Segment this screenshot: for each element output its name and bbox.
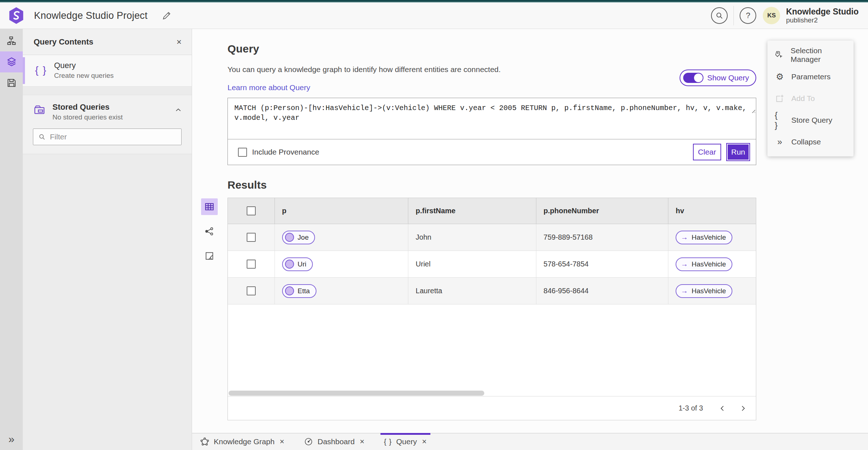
toggle-switch[interactable] xyxy=(683,73,703,83)
row-checkbox[interactable] xyxy=(247,233,256,242)
results-table: p p.firstName p.phoneNumber hv xyxy=(227,198,756,420)
include-provenance-label: Include Provenance xyxy=(252,148,319,156)
tab-close-icon[interactable]: × xyxy=(280,437,284,446)
selection-manager-item[interactable]: Selection Manager xyxy=(767,44,854,66)
include-provenance-checkbox[interactable] xyxy=(238,148,247,157)
close-icon: × xyxy=(176,37,182,47)
chevron-up-icon[interactable] xyxy=(174,106,182,114)
panel-item-query[interactable]: { } Query Create new queries xyxy=(23,55,192,87)
scrollbar-thumb[interactable] xyxy=(229,391,484,396)
search-icon xyxy=(715,12,723,20)
node-chip[interactable]: Etta xyxy=(282,284,316,298)
collapse-item[interactable]: » Collapse xyxy=(767,131,854,153)
menu-item-label: Collapse xyxy=(791,138,821,146)
save-icon xyxy=(7,78,17,88)
node-chip[interactable]: Joe xyxy=(282,231,315,244)
column-header-firstname[interactable]: p.firstName xyxy=(408,198,536,224)
parameters-item[interactable]: ⚙ Parameters xyxy=(767,66,854,88)
chevron-left-icon xyxy=(719,405,726,412)
filter-search-icon xyxy=(38,133,46,140)
show-query-toggle[interactable]: Show Query xyxy=(680,70,756,86)
cell-firstname: Lauretta xyxy=(408,278,536,304)
graph-view-button[interactable] xyxy=(201,223,218,240)
row-checkbox[interactable] xyxy=(247,260,256,269)
tab-dashboard[interactable]: Dashboard × xyxy=(300,433,368,450)
double-chevron-right-icon: » xyxy=(775,137,785,147)
query-footer: Include Provenance Clear Run xyxy=(228,139,756,165)
tab-label: Query xyxy=(396,437,417,446)
avatar[interactable]: KS xyxy=(763,7,780,24)
panel-empty-area xyxy=(23,154,192,450)
tab-close-icon[interactable]: × xyxy=(422,437,427,446)
row-checkbox[interactable] xyxy=(247,286,256,295)
left-icon-rail: » xyxy=(0,29,23,450)
help-icon: ? xyxy=(746,11,750,20)
filter-row xyxy=(23,125,192,154)
node-circle-icon xyxy=(285,286,294,295)
main-column: Query You can query a knowledge graph to… xyxy=(192,29,868,450)
learn-more-link[interactable]: Learn more about Query xyxy=(227,83,310,92)
select-all-checkbox[interactable] xyxy=(247,206,256,215)
next-page-button[interactable] xyxy=(736,402,749,415)
node-chip[interactable]: Uri xyxy=(282,257,313,271)
relationship-chip[interactable]: → HasVehicle xyxy=(676,284,732,298)
edit-title-pencil-icon[interactable] xyxy=(161,10,172,21)
double-chevron-right-icon: » xyxy=(8,433,14,445)
table-view-button[interactable] xyxy=(201,198,218,215)
node-chip-label: Joe xyxy=(298,234,309,241)
arrow-right-icon: → xyxy=(681,287,688,295)
query-contents-panel: Query Contents × { } Query Create new qu… xyxy=(23,29,192,450)
hierarchy-icon xyxy=(7,36,17,46)
save-rail-button[interactable] xyxy=(0,72,23,93)
column-header-phonenumber[interactable]: p.phoneNumber xyxy=(536,198,669,224)
relationship-chip[interactable]: → HasVehicle xyxy=(676,231,732,244)
app-header: Knowledge Studio Project ? KS Knowledge … xyxy=(0,3,868,29)
column-header-hv[interactable]: hv xyxy=(668,198,756,224)
query-actions-menu: Selection Manager ⚙ Parameters Add To { … xyxy=(767,41,854,156)
folder-icon xyxy=(33,103,46,116)
previous-page-button[interactable] xyxy=(716,402,729,415)
help-button[interactable]: ? xyxy=(740,7,756,24)
query-view-content: Query You can query a knowledge graph to… xyxy=(192,29,868,433)
store-query-item[interactable]: { } Store Query xyxy=(767,109,854,131)
panel-divider xyxy=(23,87,192,95)
results-view-switcher xyxy=(201,198,218,264)
knowledge-studio-logo-icon xyxy=(8,7,25,25)
add-to-icon xyxy=(775,94,785,103)
gear-icon: ⚙ xyxy=(775,72,785,82)
clear-button[interactable]: Clear xyxy=(693,144,721,160)
search-button[interactable] xyxy=(711,7,728,24)
toggle-knob xyxy=(694,73,703,82)
map-view-button[interactable] xyxy=(201,248,218,264)
relationship-chip[interactable]: → HasVehicle xyxy=(676,257,732,271)
dashboard-icon xyxy=(304,437,313,446)
braces-icon: { } xyxy=(35,64,47,76)
show-query-label: Show Query xyxy=(707,73,749,82)
tab-query[interactable]: { } Query × xyxy=(380,433,430,450)
map-view-icon xyxy=(204,251,214,261)
run-button[interactable]: Run xyxy=(727,144,749,160)
relationship-chip-label: HasVehicle xyxy=(692,234,726,241)
tab-label: Dashboard xyxy=(318,437,355,446)
query-item-label: Query xyxy=(54,61,114,70)
tab-label: Knowledge Graph xyxy=(214,437,275,446)
tab-close-icon[interactable]: × xyxy=(360,437,365,446)
query-textarea[interactable]: MATCH (p:Person)-[hv:HasVehicle]->(v:Veh… xyxy=(228,98,756,139)
tab-knowledge-graph[interactable]: Knowledge Graph × xyxy=(196,433,288,450)
query-rail-button[interactable] xyxy=(0,51,23,72)
menu-item-label: Store Query xyxy=(791,116,832,125)
stored-queries-section[interactable]: Stored Queries No stored queries exist xyxy=(23,95,192,125)
braces-icon: { } xyxy=(775,110,785,130)
data-model-rail-button[interactable] xyxy=(0,30,23,51)
expand-panel-button[interactable]: » xyxy=(0,428,23,450)
chevron-right-icon xyxy=(739,405,746,412)
graph-view-icon xyxy=(204,226,214,236)
close-panel-button[interactable]: × xyxy=(176,38,182,46)
user-block: Knowledge Studio publisher2 xyxy=(786,7,859,24)
menu-item-label: Parameters xyxy=(791,72,831,81)
column-header-p[interactable]: p xyxy=(275,198,409,224)
cell-phonenumber: 578-654-7854 xyxy=(536,251,669,277)
bottom-tab-bar: Knowledge Graph × Dashboard × { xyxy=(192,433,868,450)
braces-icon: { } xyxy=(384,438,392,446)
filter-input[interactable] xyxy=(50,133,176,141)
